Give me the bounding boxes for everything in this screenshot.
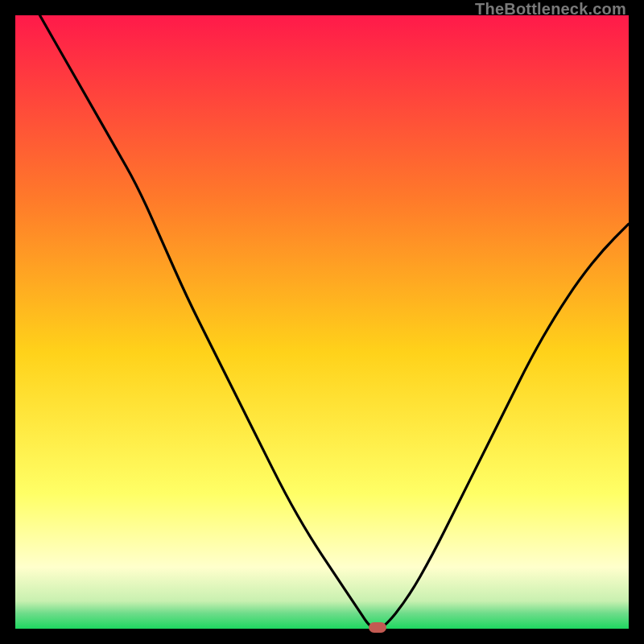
optimal-marker <box>369 622 386 633</box>
watermark-text: TheBottleneck.com <box>475 0 626 19</box>
chart-container: TheBottleneck.com <box>0 0 644 644</box>
plot-area <box>15 15 629 629</box>
bottleneck-curve <box>15 15 629 629</box>
